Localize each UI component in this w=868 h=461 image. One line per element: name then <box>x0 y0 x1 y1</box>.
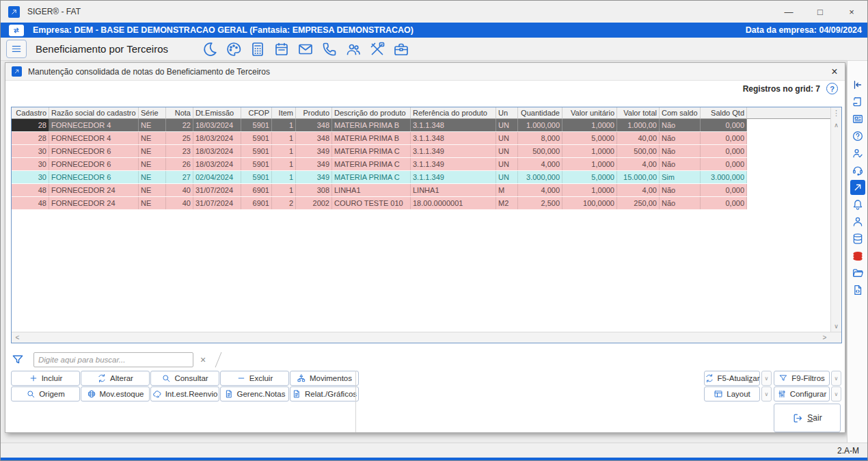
headset-icon[interactable] <box>850 163 865 178</box>
layout-button[interactable]: Layout <box>704 386 760 401</box>
mail-icon[interactable] <box>297 41 314 57</box>
alterar-button[interactable]: Alterar <box>81 371 150 386</box>
column-header-item[interactable]: Item <box>272 107 296 119</box>
table-row[interactable]: 30FORNECEDOR 6NE2702/04/202459011349MATE… <box>12 171 747 184</box>
newspaper-icon[interactable] <box>850 111 865 127</box>
configurar-button[interactable]: Configurar <box>774 386 830 401</box>
int-est-reenvio-button[interactable]: Int.est.Reenvio <box>150 386 219 401</box>
f5-atualizar-button[interactable]: F5-Atualizar <box>704 371 760 386</box>
horizontal-scrollbar-track[interactable] <box>23 332 819 343</box>
column-header-s-rie[interactable]: Série <box>139 107 166 119</box>
scroll-up-icon[interactable]: ∧ <box>831 119 841 131</box>
column-header-valor-total[interactable]: Valor total <box>617 107 660 119</box>
search-input[interactable] <box>33 352 193 367</box>
movimentos-button[interactable]: Movimentos <box>290 371 359 386</box>
f9-filtros-dropdown-button[interactable]: ∨ <box>831 371 841 386</box>
origem-button[interactable]: Origem <box>11 386 80 401</box>
column-header-nota[interactable]: Nota <box>166 107 193 119</box>
f9-filtros-button[interactable]: F9-Filtros <box>774 371 830 386</box>
cell: FORNECEDOR 24 <box>49 184 139 196</box>
column-header-cfop[interactable]: CFOP <box>241 107 272 119</box>
bell-icon[interactable] <box>850 197 865 212</box>
mov-estoque-button[interactable]: Mov.estoque <box>81 386 150 401</box>
users-icon[interactable] <box>345 41 362 57</box>
maximize-button[interactable]: □ <box>804 1 836 23</box>
button-label: Layout <box>727 390 750 398</box>
cell: 30 <box>12 145 49 157</box>
exit-icon <box>792 412 804 424</box>
table-row[interactable]: 30FORNECEDOR 6NE2318/03/202459011349MATE… <box>12 145 747 158</box>
scroll-down-icon[interactable]: ∨ <box>831 320 841 332</box>
horizontal-scrollbar[interactable]: < > <box>12 332 841 343</box>
calendar-icon[interactable] <box>273 41 290 57</box>
table-row[interactable]: 30FORNECEDOR 6NE2618/03/202459011349MATE… <box>12 158 747 171</box>
cell: 0,000 <box>701 184 747 196</box>
column-header-refer-ncia-do-produto[interactable]: Referência do produto <box>411 107 496 119</box>
application-window: SIGER® - FAT — □ × Empresa: DEM - BASE D… <box>0 0 868 461</box>
tools-icon[interactable] <box>369 41 385 57</box>
column-header-produto[interactable]: Produto <box>296 107 332 119</box>
gerenc-notas-button[interactable]: Gerenc.Notas <box>220 386 289 401</box>
minimize-button[interactable]: — <box>773 1 804 23</box>
person-icon[interactable] <box>850 214 865 229</box>
sair-button[interactable]: Sair <box>774 404 841 432</box>
briefcase-icon[interactable] <box>393 41 409 57</box>
phone-icon[interactable] <box>321 41 338 57</box>
excluir-button[interactable]: Excluir <box>220 371 289 386</box>
moon-icon[interactable] <box>202 41 218 57</box>
help-icon[interactable]: ? <box>826 83 838 94</box>
vertical-scrollbar-track[interactable] <box>831 131 841 320</box>
diag-arrow-icon[interactable] <box>850 180 865 195</box>
cell: 5901 <box>241 171 272 183</box>
sync-icon[interactable] <box>9 25 24 36</box>
column-header-cadastro[interactable]: Cadastro <box>12 107 49 119</box>
configurar-dropdown-button[interactable]: ∨ <box>831 386 841 401</box>
column-header-com-saldo[interactable]: Com saldo <box>660 107 701 119</box>
column-header-saldo-qtd[interactable]: Saldo Qtd <box>701 107 747 119</box>
column-header-descri-o-do-produto[interactable]: Descrição do produto <box>332 107 411 119</box>
dialog-close-button[interactable]: × <box>824 63 845 80</box>
cell: UN <box>496 158 518 170</box>
column-header-un[interactable]: Un <box>496 107 518 119</box>
scroll-icon[interactable] <box>850 94 865 109</box>
table-row[interactable]: 28FORNECEDOR 4NE2218/03/202459011348MATE… <box>12 119 747 132</box>
person-check-icon[interactable] <box>850 146 865 161</box>
filter-funnel-icon[interactable] <box>11 353 25 367</box>
funnel-icon <box>778 373 788 383</box>
column-header-raz-o-social-do-cadastro[interactable]: Razão social do cadastro <box>49 107 139 119</box>
table-row[interactable]: 48FORNECEDOR 24NE4031/07/2024690122002CO… <box>12 197 747 210</box>
table-row[interactable]: 28FORNECEDOR 4NE2518/03/202459011348MATE… <box>12 132 747 145</box>
consultar-button[interactable]: Consultar <box>150 371 219 386</box>
vertical-scrollbar[interactable]: ⋮ ∧ ∨ <box>830 107 841 332</box>
scroll-right-icon[interactable]: > <box>819 332 830 343</box>
menu-icon[interactable] <box>6 40 27 58</box>
cell: NE <box>139 132 166 144</box>
folder-icon[interactable] <box>850 265 865 280</box>
collapse-left-icon[interactable] <box>850 77 865 92</box>
close-button[interactable]: × <box>836 1 867 23</box>
column-header-dt-emiss-o[interactable]: Dt.Emissão <box>193 107 241 119</box>
grid-header-row: CadastroRazão social do cadastroSérieNot… <box>12 107 830 119</box>
cell: FORNECEDOR 6 <box>49 158 139 170</box>
calculator-icon[interactable] <box>249 41 266 57</box>
database-icon[interactable] <box>850 231 865 246</box>
cell: 1.000,00 <box>617 119 660 131</box>
column-header-valor-unit-rio[interactable]: Valor unitário <box>562 107 617 119</box>
table-row[interactable]: 48FORNECEDOR 24NE4031/07/202469011308LIN… <box>12 184 747 197</box>
cell: M <box>496 184 518 196</box>
cell: FORNECEDOR 4 <box>49 132 139 144</box>
database-red-icon[interactable] <box>850 248 865 263</box>
incluir-button[interactable]: Incluir <box>11 371 80 386</box>
palette-icon[interactable] <box>226 41 242 57</box>
clear-search-icon[interactable]: × <box>200 354 206 365</box>
scroll-left-icon[interactable]: < <box>12 332 23 343</box>
help-circle-icon[interactable] <box>850 129 865 144</box>
file-code-icon[interactable] <box>850 282 865 298</box>
grid-options-icon[interactable]: ⋮ <box>831 107 841 119</box>
relat-gr-ficos-button[interactable]: Relat./Gráficos <box>290 386 359 401</box>
cell: 5901 <box>241 132 272 144</box>
layout-dropdown-button[interactable]: ∨ <box>761 386 772 401</box>
f5-atualizar-dropdown-button[interactable]: ∨ <box>761 371 772 386</box>
column-header-quantidade[interactable]: Quantidade <box>518 107 562 119</box>
refresh-icon <box>97 373 107 383</box>
